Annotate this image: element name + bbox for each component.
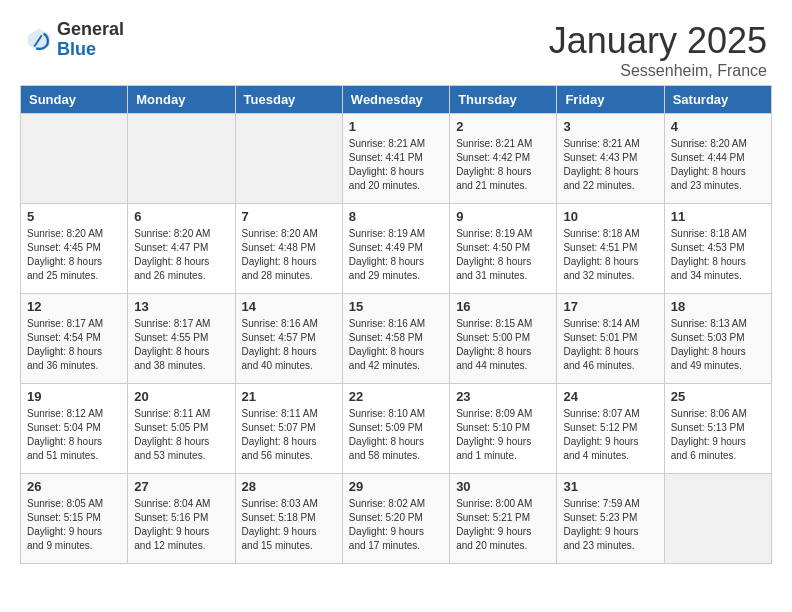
week-row-5: 26Sunrise: 8:05 AM Sunset: 5:15 PM Dayli… xyxy=(21,474,772,564)
day-number: 21 xyxy=(242,389,336,404)
day-info: Sunrise: 8:07 AM Sunset: 5:12 PM Dayligh… xyxy=(563,407,657,463)
table-row xyxy=(21,114,128,204)
table-row: 1Sunrise: 8:21 AM Sunset: 4:41 PM Daylig… xyxy=(342,114,449,204)
table-row: 18Sunrise: 8:13 AM Sunset: 5:03 PM Dayli… xyxy=(664,294,771,384)
day-number: 10 xyxy=(563,209,657,224)
title-block: January 2025 Sessenheim, France xyxy=(549,20,767,80)
day-info: Sunrise: 8:05 AM Sunset: 5:15 PM Dayligh… xyxy=(27,497,121,553)
week-row-2: 5Sunrise: 8:20 AM Sunset: 4:45 PM Daylig… xyxy=(21,204,772,294)
table-row: 20Sunrise: 8:11 AM Sunset: 5:05 PM Dayli… xyxy=(128,384,235,474)
day-info: Sunrise: 8:18 AM Sunset: 4:51 PM Dayligh… xyxy=(563,227,657,283)
day-info: Sunrise: 8:17 AM Sunset: 4:55 PM Dayligh… xyxy=(134,317,228,373)
table-row: 21Sunrise: 8:11 AM Sunset: 5:07 PM Dayli… xyxy=(235,384,342,474)
day-number: 12 xyxy=(27,299,121,314)
day-number: 18 xyxy=(671,299,765,314)
day-number: 6 xyxy=(134,209,228,224)
table-row xyxy=(664,474,771,564)
day-info: Sunrise: 8:20 AM Sunset: 4:44 PM Dayligh… xyxy=(671,137,765,193)
header-wednesday: Wednesday xyxy=(342,86,449,114)
day-number: 9 xyxy=(456,209,550,224)
logo-blue-text: Blue xyxy=(57,40,124,60)
calendar-table: Sunday Monday Tuesday Wednesday Thursday… xyxy=(20,85,772,564)
logo-general-text: General xyxy=(57,20,124,40)
day-number: 22 xyxy=(349,389,443,404)
table-row: 17Sunrise: 8:14 AM Sunset: 5:01 PM Dayli… xyxy=(557,294,664,384)
table-row: 10Sunrise: 8:18 AM Sunset: 4:51 PM Dayli… xyxy=(557,204,664,294)
day-number: 20 xyxy=(134,389,228,404)
day-number: 25 xyxy=(671,389,765,404)
day-info: Sunrise: 8:21 AM Sunset: 4:41 PM Dayligh… xyxy=(349,137,443,193)
table-row: 5Sunrise: 8:20 AM Sunset: 4:45 PM Daylig… xyxy=(21,204,128,294)
table-row: 30Sunrise: 8:00 AM Sunset: 5:21 PM Dayli… xyxy=(450,474,557,564)
day-info: Sunrise: 8:19 AM Sunset: 4:49 PM Dayligh… xyxy=(349,227,443,283)
table-row: 23Sunrise: 8:09 AM Sunset: 5:10 PM Dayli… xyxy=(450,384,557,474)
day-info: Sunrise: 8:06 AM Sunset: 5:13 PM Dayligh… xyxy=(671,407,765,463)
page-header: General Blue January 2025 Sessenheim, Fr… xyxy=(10,10,782,85)
day-info: Sunrise: 8:20 AM Sunset: 4:48 PM Dayligh… xyxy=(242,227,336,283)
logo-icon xyxy=(25,26,53,54)
day-number: 16 xyxy=(456,299,550,314)
day-number: 19 xyxy=(27,389,121,404)
day-info: Sunrise: 8:17 AM Sunset: 4:54 PM Dayligh… xyxy=(27,317,121,373)
header-friday: Friday xyxy=(557,86,664,114)
day-info: Sunrise: 8:12 AM Sunset: 5:04 PM Dayligh… xyxy=(27,407,121,463)
day-info: Sunrise: 8:20 AM Sunset: 4:47 PM Dayligh… xyxy=(134,227,228,283)
day-info: Sunrise: 8:10 AM Sunset: 5:09 PM Dayligh… xyxy=(349,407,443,463)
table-row: 15Sunrise: 8:16 AM Sunset: 4:58 PM Dayli… xyxy=(342,294,449,384)
location-title: Sessenheim, France xyxy=(549,62,767,80)
day-number: 4 xyxy=(671,119,765,134)
header-saturday: Saturday xyxy=(664,86,771,114)
day-info: Sunrise: 8:21 AM Sunset: 4:42 PM Dayligh… xyxy=(456,137,550,193)
day-number: 5 xyxy=(27,209,121,224)
table-row xyxy=(128,114,235,204)
day-info: Sunrise: 8:20 AM Sunset: 4:45 PM Dayligh… xyxy=(27,227,121,283)
day-number: 15 xyxy=(349,299,443,314)
day-number: 30 xyxy=(456,479,550,494)
header-sunday: Sunday xyxy=(21,86,128,114)
day-info: Sunrise: 8:15 AM Sunset: 5:00 PM Dayligh… xyxy=(456,317,550,373)
table-row: 22Sunrise: 8:10 AM Sunset: 5:09 PM Dayli… xyxy=(342,384,449,474)
table-row: 4Sunrise: 8:20 AM Sunset: 4:44 PM Daylig… xyxy=(664,114,771,204)
day-number: 14 xyxy=(242,299,336,314)
logo: General Blue xyxy=(25,20,124,60)
day-info: Sunrise: 8:11 AM Sunset: 5:07 PM Dayligh… xyxy=(242,407,336,463)
day-info: Sunrise: 8:03 AM Sunset: 5:18 PM Dayligh… xyxy=(242,497,336,553)
day-info: Sunrise: 8:02 AM Sunset: 5:20 PM Dayligh… xyxy=(349,497,443,553)
day-number: 26 xyxy=(27,479,121,494)
table-row: 29Sunrise: 8:02 AM Sunset: 5:20 PM Dayli… xyxy=(342,474,449,564)
table-row: 28Sunrise: 8:03 AM Sunset: 5:18 PM Dayli… xyxy=(235,474,342,564)
day-info: Sunrise: 8:09 AM Sunset: 5:10 PM Dayligh… xyxy=(456,407,550,463)
day-number: 1 xyxy=(349,119,443,134)
table-row: 27Sunrise: 8:04 AM Sunset: 5:16 PM Dayli… xyxy=(128,474,235,564)
header-tuesday: Tuesday xyxy=(235,86,342,114)
day-info: Sunrise: 7:59 AM Sunset: 5:23 PM Dayligh… xyxy=(563,497,657,553)
day-info: Sunrise: 8:16 AM Sunset: 4:58 PM Dayligh… xyxy=(349,317,443,373)
table-row: 9Sunrise: 8:19 AM Sunset: 4:50 PM Daylig… xyxy=(450,204,557,294)
day-number: 23 xyxy=(456,389,550,404)
table-row: 6Sunrise: 8:20 AM Sunset: 4:47 PM Daylig… xyxy=(128,204,235,294)
day-info: Sunrise: 8:11 AM Sunset: 5:05 PM Dayligh… xyxy=(134,407,228,463)
day-number: 8 xyxy=(349,209,443,224)
table-row xyxy=(235,114,342,204)
header-thursday: Thursday xyxy=(450,86,557,114)
day-info: Sunrise: 8:13 AM Sunset: 5:03 PM Dayligh… xyxy=(671,317,765,373)
day-info: Sunrise: 8:19 AM Sunset: 4:50 PM Dayligh… xyxy=(456,227,550,283)
table-row: 14Sunrise: 8:16 AM Sunset: 4:57 PM Dayli… xyxy=(235,294,342,384)
day-number: 13 xyxy=(134,299,228,314)
table-row: 26Sunrise: 8:05 AM Sunset: 5:15 PM Dayli… xyxy=(21,474,128,564)
day-info: Sunrise: 8:21 AM Sunset: 4:43 PM Dayligh… xyxy=(563,137,657,193)
table-row: 16Sunrise: 8:15 AM Sunset: 5:00 PM Dayli… xyxy=(450,294,557,384)
table-row: 3Sunrise: 8:21 AM Sunset: 4:43 PM Daylig… xyxy=(557,114,664,204)
day-number: 2 xyxy=(456,119,550,134)
logo-text: General Blue xyxy=(57,20,124,60)
day-number: 17 xyxy=(563,299,657,314)
day-number: 11 xyxy=(671,209,765,224)
table-row: 8Sunrise: 8:19 AM Sunset: 4:49 PM Daylig… xyxy=(342,204,449,294)
table-row: 24Sunrise: 8:07 AM Sunset: 5:12 PM Dayli… xyxy=(557,384,664,474)
day-number: 24 xyxy=(563,389,657,404)
table-row: 12Sunrise: 8:17 AM Sunset: 4:54 PM Dayli… xyxy=(21,294,128,384)
table-row: 7Sunrise: 8:20 AM Sunset: 4:48 PM Daylig… xyxy=(235,204,342,294)
day-number: 27 xyxy=(134,479,228,494)
week-row-3: 12Sunrise: 8:17 AM Sunset: 4:54 PM Dayli… xyxy=(21,294,772,384)
day-info: Sunrise: 8:04 AM Sunset: 5:16 PM Dayligh… xyxy=(134,497,228,553)
